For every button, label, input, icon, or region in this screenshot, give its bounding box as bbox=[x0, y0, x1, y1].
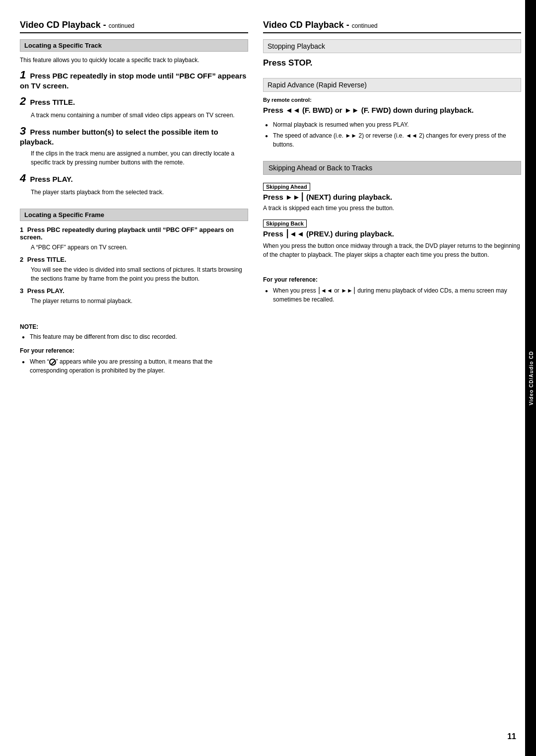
section-locating-frame-title: Locating a Specific Frame bbox=[24, 211, 104, 219]
step2-num: 2 bbox=[20, 95, 26, 107]
section-locating-track-title: Locating a Specific Track bbox=[24, 42, 102, 49]
ref-label-left: For your reference: bbox=[20, 347, 248, 354]
note-item: This feature may be different from disc … bbox=[22, 332, 248, 341]
frame-step2-bold: Press TITLE. bbox=[27, 256, 67, 263]
side-tab-label: Video CD/Audio CD bbox=[529, 351, 534, 405]
left-heading: Video CD Playback - continued bbox=[20, 20, 248, 33]
skipping-ahead-desc: A track is skipped each time you press t… bbox=[263, 205, 521, 212]
step2-bold: Press TITLE. bbox=[30, 98, 75, 106]
frame-step3-bold: Press PLAY. bbox=[27, 287, 65, 295]
page-wrapper: Video CD Playback - continued Locating a… bbox=[0, 0, 536, 756]
frame-step1-desc: A “PBC OFF” appears on TV screen. bbox=[31, 243, 248, 252]
skipping-back-desc: When you press the button once midway th… bbox=[263, 241, 521, 259]
skipping-ahead-tag: Skipping Ahead bbox=[263, 183, 310, 191]
step4-num: 4 bbox=[20, 172, 26, 184]
right-heading-continued: continued bbox=[352, 22, 378, 29]
frame-step1: 1 Press PBC repeatedly during playback u… bbox=[20, 226, 248, 241]
rapid-bullet-2: The speed of advance (i.e. ►► 2) or reve… bbox=[265, 131, 521, 149]
by-remote-label: By remote control: bbox=[263, 97, 521, 103]
main-content: Video CD Playback - continued Locating a… bbox=[0, 0, 536, 756]
left-column: Video CD Playback - continued Locating a… bbox=[20, 20, 248, 736]
skipping-section-title: Skipping Ahead or Back to Tracks bbox=[268, 164, 372, 172]
skipping-back-tag: Skipping Back bbox=[263, 220, 307, 227]
ref-item-left: When “” appears while you are pressing a… bbox=[22, 357, 248, 375]
stopping-playback-title: Stopping Playback bbox=[268, 42, 325, 50]
step4-bold: Press PLAY. bbox=[30, 175, 72, 183]
rapid-bullet-list: Normal playback is resumed when you pres… bbox=[265, 120, 521, 149]
step4-locating: 4 Press PLAY. bbox=[20, 172, 248, 185]
section-locating-frame-header: Locating a Specific Frame bbox=[20, 209, 248, 221]
step3-bold: Press number button(s) to select the pos… bbox=[20, 128, 218, 146]
frame-step2: 2 Press TITLE. bbox=[20, 256, 248, 263]
skipping-section-header: Skipping Ahead or Back to Tracks bbox=[263, 161, 521, 175]
rapid-advance-title: Rapid Advance (Rapid Reverse) bbox=[268, 81, 367, 89]
skipping-back-press: Press ⎮◄◄ (PREV.) during playback. bbox=[263, 229, 521, 238]
rapid-advance-header: Rapid Advance (Rapid Reverse) bbox=[263, 78, 521, 92]
stopping-playback-header: Stopping Playback bbox=[263, 39, 521, 53]
ref-item-right: When you press ⎮◄◄ or ►►⎮ during menu pl… bbox=[265, 286, 521, 304]
step2-locating: 2 Press TITLE. bbox=[20, 95, 248, 108]
ref-list-right: When you press ⎮◄◄ or ►►⎮ during menu pl… bbox=[265, 286, 521, 304]
press-stop: Press STOP. bbox=[263, 58, 521, 68]
frame-step2-desc: You will see the video is divided into s… bbox=[31, 265, 248, 283]
step2-desc: A track menu containing a number of smal… bbox=[31, 111, 248, 120]
left-heading-continued: continued bbox=[109, 22, 134, 29]
right-heading: Video CD Playback - continued bbox=[263, 20, 521, 33]
note-label: NOTE: bbox=[20, 323, 248, 330]
step3-desc: If the clips in the track menu are assig… bbox=[31, 149, 248, 167]
step1-locating: 1 Press PBC repeatedly in stop mode unti… bbox=[20, 69, 248, 90]
frame-step1-num: 1 bbox=[20, 226, 23, 233]
frame-step1-bold: Press PBC repeatedly during playback unt… bbox=[20, 226, 234, 241]
frame-step2-num: 2 bbox=[20, 256, 23, 263]
frame-step3-desc: The player returns to normal playback. bbox=[31, 297, 248, 305]
frame-step3-num: 3 bbox=[20, 287, 23, 295]
locating-track-intro: This feature allows you to quickly locat… bbox=[20, 57, 248, 64]
step3-locating: 3 Press number button(s) to select the p… bbox=[20, 125, 248, 146]
step4-desc: The player starts playback from the sele… bbox=[31, 188, 248, 197]
side-tab-inner: Video CD/Audio CD bbox=[529, 351, 534, 405]
side-tab: Video CD/Audio CD bbox=[525, 0, 536, 756]
note-list: This feature may be different from disc … bbox=[22, 332, 248, 341]
frame-step3: 3 Press PLAY. bbox=[20, 287, 248, 295]
step1-bold: Press PBC repeatedly in stop mode until … bbox=[20, 72, 246, 90]
ref-list-left: When “” appears while you are pressing a… bbox=[22, 357, 248, 375]
skipping-ahead-press: Press ►►⎮ (NEXT) during playback. bbox=[263, 193, 521, 202]
ref-label-right: For your reference: bbox=[263, 276, 521, 283]
page-number: 11 bbox=[507, 732, 516, 741]
right-column: Video CD Playback - continued Stopping P… bbox=[263, 20, 521, 736]
right-heading-text: Video CD Playback - bbox=[263, 20, 349, 30]
step3-num: 3 bbox=[20, 125, 26, 137]
section-locating-track-header: Locating a Specific Track bbox=[20, 39, 248, 52]
left-heading-text: Video CD Playback - bbox=[20, 20, 106, 30]
step1-num: 1 bbox=[20, 69, 26, 81]
rapid-bullet-1: Normal playback is resumed when you pres… bbox=[265, 120, 521, 129]
press-direction: Press ◄◄ (F. BWD) or ►► (F. FWD) down du… bbox=[263, 105, 521, 116]
